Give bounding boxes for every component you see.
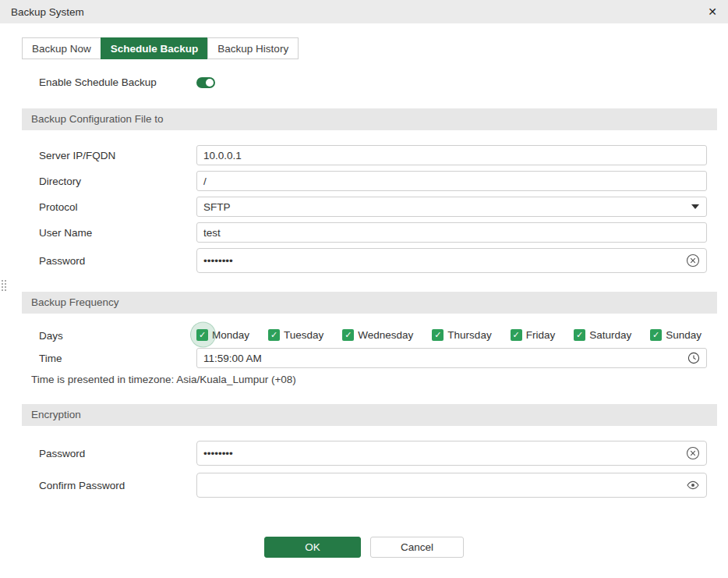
tab-backup-history[interactable]: Backup History [207, 37, 299, 59]
tab-schedule-backup[interactable]: Schedule Backup [101, 37, 209, 59]
day-label: Friday [526, 329, 556, 341]
checkbox-checked-icon: ✓ [342, 329, 354, 341]
close-icon[interactable]: ✕ [708, 6, 717, 17]
day-checkbox-friday[interactable]: ✓ Friday [511, 329, 556, 341]
checkbox-checked-icon: ✓ [650, 329, 662, 341]
server-ip-row: Server IP/FQDN [39, 145, 707, 165]
ok-button[interactable]: OK [264, 537, 361, 558]
checkbox-checked-icon: ✓ [196, 329, 208, 341]
days-label: Days [39, 328, 196, 342]
encryption-password-input[interactable] [196, 441, 707, 466]
checkbox-checked-icon: ✓ [432, 329, 444, 341]
dialog-title: Backup System [11, 6, 84, 18]
enable-schedule-toggle[interactable] [196, 77, 215, 88]
day-label: Thursday [447, 329, 491, 341]
day-label: Tuesday [284, 329, 323, 341]
directory-wrap [196, 171, 707, 191]
dialog-titlebar: Backup System ✕ [0, 0, 728, 23]
encryption-fields: Password Confirm Password [39, 441, 707, 498]
section-header-backup-config: Backup Configuration File to [22, 108, 717, 130]
day-label: Wednesday [358, 329, 413, 341]
server-ip-label: Server IP/FQDN [39, 150, 196, 161]
time-row: Time [39, 348, 707, 368]
encryption-password-label: Password [39, 448, 196, 459]
confirm-password-row: Confirm Password [39, 473, 707, 498]
server-password-label: Password [39, 255, 196, 267]
protocol-select[interactable]: SFTP [196, 197, 707, 217]
show-password-eye-icon[interactable] [686, 478, 700, 492]
clear-password-icon[interactable] [686, 254, 700, 268]
day-checkbox-tuesday[interactable]: ✓ Tuesday [268, 329, 323, 341]
server-password-row: Password [39, 248, 707, 273]
day-label: Monday [212, 329, 249, 341]
enable-schedule-label: Enable Schedule Backup [39, 76, 196, 88]
day-checkbox-monday[interactable]: ✓ Monday [196, 329, 249, 341]
time-label: Time [39, 353, 196, 364]
username-row: User Name [39, 222, 707, 243]
backup-config-fields: Server IP/FQDN Directory Protocol SFTP U… [39, 145, 707, 273]
protocol-row: Protocol SFTP [39, 197, 707, 217]
username-input[interactable] [196, 222, 707, 243]
day-label: Sunday [666, 329, 701, 341]
tab-bar: Backup Now Schedule Backup Backup Histor… [22, 37, 728, 59]
section-header-encryption: Encryption [22, 404, 717, 426]
checkbox-checked-icon: ✓ [574, 329, 585, 341]
time-wrap [196, 348, 707, 368]
server-password-wrap [196, 248, 707, 273]
directory-label: Directory [39, 176, 196, 187]
day-label: Saturday [589, 329, 631, 341]
tab-backup-now[interactable]: Backup Now [22, 37, 101, 59]
server-password-input[interactable] [196, 248, 707, 273]
days-row: Days ✓ Monday ✓ Tuesday ✓ Wednesday ✓ Th… [39, 328, 707, 342]
day-checkbox-saturday[interactable]: ✓ Saturday [574, 329, 631, 341]
timezone-note: Time is presented in timezone: Asia/Kual… [31, 374, 707, 385]
encryption-password-wrap [196, 441, 707, 466]
username-label: User Name [39, 227, 196, 239]
checkbox-checked-icon: ✓ [268, 329, 280, 341]
server-ip-wrap [196, 145, 707, 165]
enable-schedule-row: Enable Schedule Backup [39, 76, 707, 88]
protocol-value: SFTP [203, 201, 231, 213]
directory-row: Directory [39, 171, 707, 191]
resize-drag-handle[interactable] [1, 279, 7, 293]
protocol-label: Protocol [39, 201, 196, 213]
time-input[interactable] [196, 348, 707, 368]
backup-system-dialog: Backup System ✕ Backup Now Schedule Back… [0, 0, 728, 578]
day-checkbox-sunday[interactable]: ✓ Sunday [650, 329, 701, 341]
directory-input[interactable] [196, 171, 707, 191]
cancel-button[interactable]: Cancel [370, 537, 464, 558]
confirm-password-input[interactable] [196, 473, 707, 498]
section-header-backup-frequency: Backup Frequency [22, 292, 717, 314]
confirm-password-label: Confirm Password [39, 480, 196, 491]
toggle-knob [206, 79, 214, 87]
checkbox-checked-icon: ✓ [511, 329, 522, 341]
chevron-down-icon [691, 204, 699, 209]
username-wrap [196, 222, 707, 243]
server-ip-input[interactable] [196, 145, 707, 165]
encryption-password-row: Password [39, 441, 707, 466]
dialog-footer: OK Cancel [0, 537, 728, 558]
backup-frequency-fields: Days ✓ Monday ✓ Tuesday ✓ Wednesday ✓ Th… [39, 328, 707, 368]
confirm-password-wrap [196, 473, 707, 498]
days-checkbox-group: ✓ Monday ✓ Tuesday ✓ Wednesday ✓ Thursda… [196, 329, 707, 341]
clock-icon[interactable] [687, 352, 700, 364]
day-checkbox-wednesday[interactable]: ✓ Wednesday [342, 329, 413, 341]
clear-password-icon[interactable] [686, 446, 700, 460]
day-checkbox-thursday[interactable]: ✓ Thursday [432, 329, 491, 341]
